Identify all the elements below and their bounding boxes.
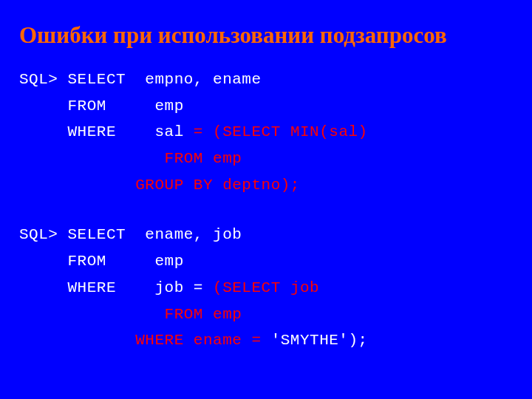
sql-text: FROM	[19, 253, 135, 270]
sql-error-text: GROUP BY deptno);	[19, 177, 300, 194]
sql-error-text: FROM emp	[19, 306, 242, 323]
sql-error-text: = (SELECT MIN(sal)	[194, 123, 368, 140]
sql-text: 'SMYTHE');	[271, 332, 368, 349]
sql-text: emp	[135, 98, 184, 115]
sql-text: sal	[135, 123, 194, 140]
sql-text: WHERE	[19, 279, 135, 296]
slide-title: Ошибки при использовании подзапросов	[19, 22, 513, 49]
slide: Ошибки при использовании подзапросов SQL…	[0, 0, 532, 399]
sql-text: emp	[135, 253, 184, 270]
sql-block-2: SQL> SELECT ename, job FROM emp WHERE jo…	[19, 222, 513, 353]
sql-text: SQL> SELECT	[19, 226, 135, 243]
sql-text: WHERE	[19, 123, 135, 140]
sql-error-text: FROM emp	[19, 150, 242, 167]
sql-text: empno, ename	[135, 71, 261, 88]
sql-text: job =	[135, 279, 213, 296]
sql-text: SQL> SELECT	[19, 71, 135, 88]
sql-text: ename, job	[135, 226, 242, 243]
sql-error-text: (SELECT job	[213, 279, 319, 296]
sql-block-1: SQL> SELECT empno, ename FROM emp WHERE …	[19, 66, 513, 198]
sql-error-text: WHERE ename =	[19, 332, 271, 349]
sql-text: FROM	[19, 98, 135, 115]
